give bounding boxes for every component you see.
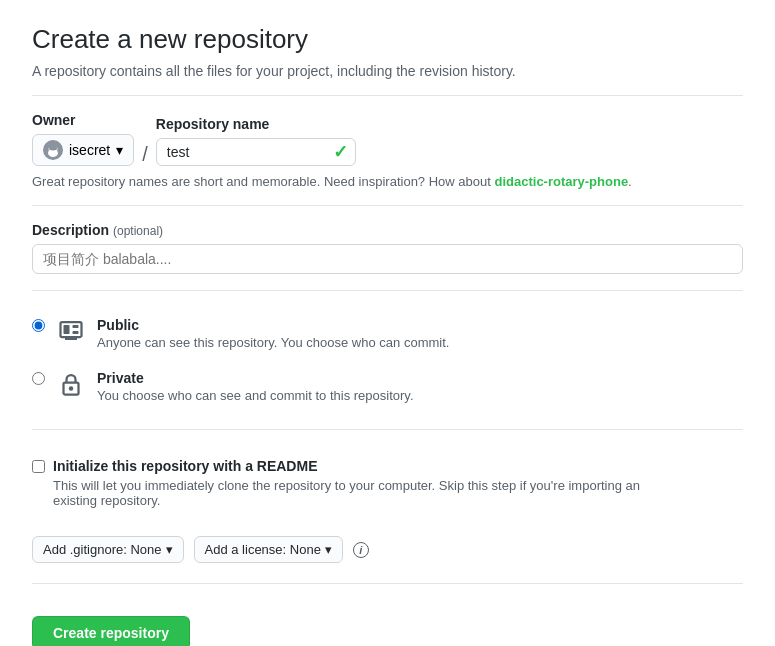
gitignore-chevron: ▾ (166, 542, 173, 557)
page-subtitle: A repository contains all the files for … (32, 63, 743, 79)
valid-check-icon: ✓ (333, 141, 348, 163)
public-desc: Anyone can see this repository. You choo… (97, 335, 449, 350)
public-radio[interactable] (32, 319, 45, 332)
description-input[interactable] (32, 244, 743, 274)
owner-field-group: Owner isecret (32, 112, 134, 166)
readme-checkbox[interactable] (32, 460, 45, 473)
private-text: Private You choose who can see and commi… (97, 370, 414, 403)
repo-name-hint: Great repository names are short and mem… (32, 174, 743, 189)
public-text: Public Anyone can see this repository. Y… (97, 317, 449, 350)
slash-separator: / (142, 144, 148, 166)
readme-row: Initialize this repository with a README… (32, 458, 743, 508)
avatar-icon (43, 140, 63, 160)
license-label: Add a license: None (205, 542, 321, 557)
readme-text: Initialize this repository with a README… (53, 458, 673, 508)
svg-rect-13 (65, 337, 77, 340)
gitignore-dropdown[interactable]: Add .gitignore: None ▾ (32, 536, 184, 563)
svg-point-15 (69, 386, 74, 391)
description-field-group: Description(optional) (32, 222, 743, 274)
divider-radio (32, 290, 743, 291)
divider-top (32, 95, 743, 96)
repo-name-wrapper: ✓ (156, 138, 356, 166)
svg-point-8 (55, 142, 58, 147)
visibility-section: Public Anyone can see this repository. Y… (32, 307, 743, 413)
owner-avatar (43, 140, 63, 160)
license-dropdown[interactable]: Add a license: None ▾ (194, 536, 343, 563)
readme-label[interactable]: Initialize this repository with a README (53, 458, 673, 474)
public-option: Public Anyone can see this repository. Y… (32, 307, 743, 360)
readme-section: Initialize this repository with a README… (32, 446, 743, 520)
gitignore-label: Add .gitignore: None (43, 542, 162, 557)
description-label: Description(optional) (32, 222, 163, 238)
extras-row: Add .gitignore: None ▾ Add a license: No… (32, 536, 743, 563)
svg-rect-12 (73, 331, 79, 334)
divider-desc (32, 205, 743, 206)
private-option: Private You choose who can see and commi… (32, 360, 743, 413)
owner-name: isecret (69, 142, 110, 158)
license-chevron: ▾ (325, 542, 332, 557)
repo-name-label: Repository name (156, 116, 356, 132)
private-label[interactable]: Private (97, 370, 414, 386)
private-radio[interactable] (32, 372, 45, 385)
public-icon (55, 315, 87, 347)
repo-name-field-group: Repository name ✓ (156, 116, 356, 166)
svg-point-7 (49, 142, 52, 147)
owner-label: Owner (32, 112, 134, 128)
svg-rect-10 (64, 325, 70, 334)
divider-bottom (32, 583, 743, 584)
owner-dropdown[interactable]: isecret ▾ (32, 134, 134, 166)
info-icon[interactable]: i (353, 542, 369, 558)
create-repository-button[interactable]: Create repository (32, 616, 190, 646)
private-icon (55, 368, 87, 400)
owner-repo-row: Owner isecret (32, 112, 743, 166)
page-title: Create a new repository (32, 24, 743, 55)
divider-readme (32, 429, 743, 430)
suggested-name-link[interactable]: didactic-rotary-phone (494, 174, 628, 189)
public-label[interactable]: Public (97, 317, 449, 333)
private-desc: You choose who can see and commit to thi… (97, 388, 414, 403)
form-section: Owner isecret (32, 112, 743, 646)
repo-name-input[interactable] (156, 138, 356, 166)
owner-dropdown-chevron: ▾ (116, 142, 123, 158)
readme-desc: This will let you immediately clone the … (53, 478, 673, 508)
svg-rect-11 (73, 325, 79, 328)
